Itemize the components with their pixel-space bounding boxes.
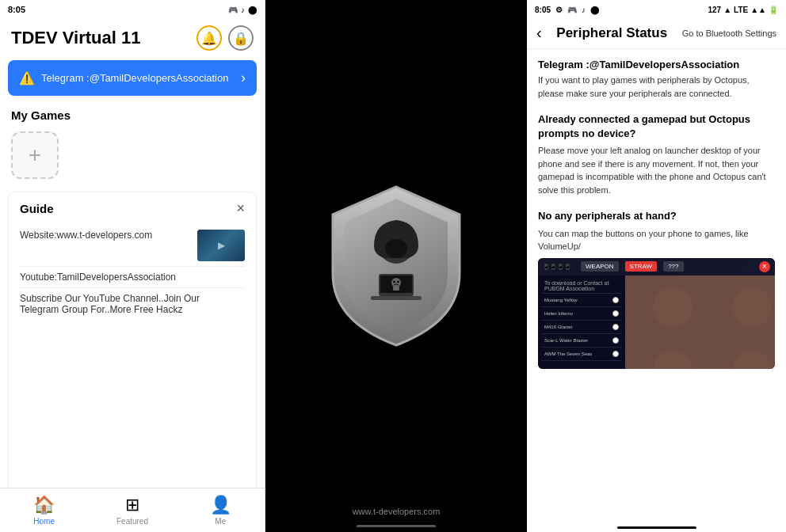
settings-status-icon: ⚙ [555, 6, 563, 14]
status-bar-left: 8:05 🎮 ♪ ⬤ [0, 0, 265, 19]
svg-point-8 [397, 281, 399, 283]
no-peripheral-section: No any peripherals at hand? You can map … [538, 209, 775, 368]
plus-icon: + [29, 142, 41, 168]
home-icon: 🏠 [33, 495, 55, 515]
status-icons-left: 🎮 ♪ ⬤ [228, 6, 257, 14]
right-content: Telegram :@TamilDevelopersAssociation If… [527, 49, 786, 523]
me-nav-label: Me [215, 517, 226, 526]
svg-rect-4 [371, 296, 422, 300]
game-screenshot: 📱📱📱📱 WEAPON STRAW ??? × To download or C… [538, 258, 775, 369]
status-bar-middle [265, 0, 527, 19]
guide-item-text: Website:www.t-developers.com [20, 230, 197, 241]
weapon-radio-2[interactable] [612, 310, 619, 317]
battery-level: 127 [708, 6, 721, 14]
add-game-button[interactable]: + [11, 131, 59, 179]
circle-icon: ⬤ [248, 6, 257, 14]
home-indicator-right [617, 526, 696, 529]
featured-icon: ⊞ [125, 495, 139, 515]
bluetooth-settings-link[interactable]: Go to Bluetooth Settings [682, 28, 776, 38]
profile-icon: 👤 [210, 495, 231, 515]
bell-icon: 🔔 [201, 31, 217, 46]
weapon-item-4: Scar-L Water Blaster [544, 338, 588, 343]
svg-point-7 [393, 281, 395, 283]
weapon-list: To download or Contact at PUBGM Associat… [538, 276, 625, 369]
game-top-bar: 📱📱📱📱 WEAPON STRAW ??? × [538, 258, 775, 276]
weapon-item-2: Helen Inferno [544, 311, 573, 316]
list-item: Youtube:TamilDevelopersAssociation [20, 267, 245, 288]
games-grid: + [0, 128, 265, 187]
weapon-radio-5[interactable] [612, 351, 619, 357]
svg-rect-6 [393, 287, 399, 291]
bottom-nav: 🏠 Home ⊞ Featured 👤 Me [0, 488, 265, 532]
list-item: Helen Inferno [541, 307, 622, 321]
guide-item-text-3: Subscribe Our YouTube Channel..Join Our … [20, 293, 245, 315]
game-screenshot-inner: 📱📱📱📱 WEAPON STRAW ??? × To download or C… [538, 258, 775, 369]
wifi-icon: ▲ [723, 6, 731, 14]
list-item: AWM The Seven Seas [541, 348, 622, 361]
guide-close-button[interactable]: × [236, 200, 245, 217]
right-header: ‹ Peripheral Status Go to Bluetooth Sett… [527, 19, 786, 49]
my-games-title: My Games [0, 104, 265, 128]
home-nav-label: Home [33, 517, 55, 526]
list-item: Mustang Yellow [541, 294, 622, 307]
warning-icon: ⚠️ [19, 70, 35, 86]
home-indicator-middle [357, 525, 436, 527]
chevron-right-icon: › [241, 70, 246, 86]
weapon-radio-4[interactable] [612, 337, 619, 344]
shield-logo [317, 179, 475, 353]
game-status-icon: 🎮 [567, 6, 577, 14]
game-close-button[interactable]: × [759, 261, 770, 272]
gamepad-section: Already connected a gamepad but Octopus … [538, 112, 775, 196]
telegram-section-title: Telegram :@TamilDevelopersAssociation [538, 59, 775, 70]
straw-tab[interactable]: STRAW [625, 261, 658, 272]
nav-item-featured[interactable]: ⊞ Featured [88, 495, 176, 526]
telegram-banner[interactable]: ⚠️ Telegram :@TamilDevelopersAssociation… [8, 60, 257, 96]
guide-section: Guide × Website:www.t-developers.com You… [8, 192, 257, 522]
list-item: Subscribe Our YouTube Channel..Join Our … [20, 288, 245, 320]
shield-container [317, 0, 475, 532]
app-header: TDEV Virtual 11 🔔 🔒 [0, 19, 265, 57]
svg-point-5 [391, 278, 401, 287]
nav-item-home[interactable]: 🏠 Home [0, 495, 88, 526]
signal-icon: ▲▲ [750, 6, 766, 14]
battery-icon: 🔋 [769, 6, 778, 14]
music-icon: ♪ [241, 6, 245, 14]
weapon-item-5: AWM The Seven Seas [544, 352, 592, 356]
lock-icon: 🔒 [233, 31, 249, 46]
gamepad-section-title: Already connected a gamepad but Octopus … [538, 112, 775, 141]
game-brand-icon: 📱📱📱📱 [543, 264, 571, 270]
guide-header: Guide × [20, 200, 245, 217]
nav-item-me[interactable]: 👤 Me [177, 495, 265, 526]
music-status-icon: ♪ [582, 6, 586, 14]
right-status-left: 8:05 ⚙ 🎮 ♪ ⬤ [535, 6, 599, 14]
guide-title: Guide [20, 202, 54, 215]
game-right-image [625, 276, 775, 369]
circle-status-icon: ⬤ [590, 6, 599, 14]
game-icon: 🎮 [228, 6, 238, 14]
no-peripheral-body: You can map the buttons on your phone to… [538, 227, 775, 253]
weapon-item-3: M416 Glacier [544, 325, 573, 329]
time-right: 8:05 [535, 6, 551, 14]
weapon-tab[interactable]: WEAPON [581, 261, 619, 272]
guide-thumbnail [197, 230, 245, 261]
weapon-radio-1[interactable] [612, 297, 619, 303]
right-panel: 8:05 ⚙ 🎮 ♪ ⬤ 127 ▲ LTE ▲▲ 🔋 ‹ Peripheral… [527, 0, 786, 532]
featured-nav-label: Featured [116, 517, 148, 526]
right-status-right: 127 ▲ LTE ▲▲ 🔋 [708, 6, 778, 14]
left-panel: 8:05 🎮 ♪ ⬤ TDEV Virtual 11 🔔 🔒 ⚠️ Telegr… [0, 0, 265, 532]
game-ui-overlay: 📱📱📱📱 WEAPON STRAW ??? × To download or C… [538, 258, 775, 369]
list-item: Website:www.t-developers.com [20, 225, 245, 267]
peripheral-status-title: Peripheral Status [556, 25, 667, 41]
notification-button[interactable]: 🔔 [196, 25, 222, 51]
game-list-header: To download or Contact at PUBGM Associat… [541, 279, 622, 294]
back-button[interactable]: ‹ [536, 24, 542, 42]
header-icons: 🔔 🔒 [196, 25, 254, 51]
guide-item-text-2: Youtube:TamilDevelopersAssociation [20, 272, 245, 283]
list-item: Scar-L Water Blaster [541, 334, 622, 348]
other-tab[interactable]: ??? [663, 261, 683, 272]
weapon-radio-3[interactable] [612, 324, 619, 330]
list-item: M416 Glacier [541, 321, 622, 334]
lock-button[interactable]: 🔒 [228, 25, 254, 51]
app-title: TDEV Virtual 11 [11, 28, 140, 48]
weapon-item-1: Mustang Yellow [544, 298, 578, 302]
